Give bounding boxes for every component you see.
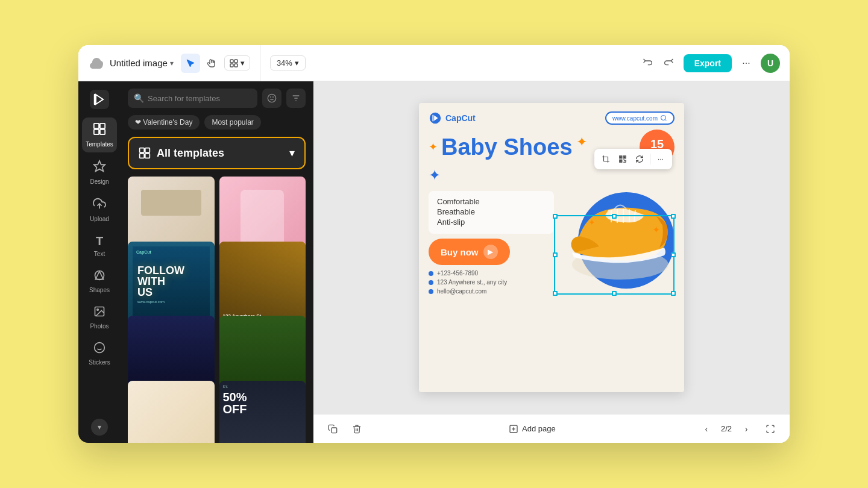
zoom-button[interactable]: 34% ▾ [270,55,306,70]
title-chevron-icon: ▾ [170,59,174,67]
buy-now-button[interactable]: Buy now ▶ [429,239,510,265]
page-indicator: 2/2 [721,424,732,433]
shapes-icon [93,269,105,284]
templates-panel: 🔍 [121,81,313,443]
feature-2: Breathable [437,207,546,216]
crop-button[interactable] [598,151,614,167]
sidebar-item-templates[interactable]: Templates [82,117,117,152]
popular-chip[interactable]: Most popular [204,115,260,130]
main-area: Templates Design Upload [78,81,790,443]
svg-rect-46 [620,160,621,161]
valentines-chip-label: ❤ Valentine's Day [135,118,192,127]
search-input[interactable] [148,89,251,108]
svg-rect-26 [145,148,150,153]
template-card-croissants[interactable]: CraftingCroissants, +123-456-7890 [128,381,215,443]
all-templates-dropdown[interactable]: All templates ▾ [128,137,306,169]
image-more-button[interactable]: ··· [653,151,668,167]
bottom-left-actions [323,419,366,439]
template-card-50off[interactable]: it's 50%OFF [219,381,306,443]
svg-rect-27 [140,154,145,158]
sidebar-item-stickers[interactable]: Stickers [82,337,117,371]
sidebar-templates-label: Templates [86,141,113,148]
photos-icon [93,305,105,321]
feature-1: Comfortable [437,197,546,206]
sidebar-logo[interactable] [89,89,110,110]
replace-button[interactable] [632,151,647,167]
canvas-right-col: ✦ ✦ [560,167,675,295]
sidebar-item-upload[interactable]: Upload [82,192,117,227]
contact-dot-2 [429,280,433,285]
delete-page-button[interactable] [347,419,366,439]
contact-phone: +123-456-7890 [429,270,554,277]
zoom-level: 34% [277,58,292,67]
features-box: Comfortable Breathable Anti-slip [429,191,554,234]
more-options-button[interactable]: ··· [737,54,756,73]
fullscreen-button[interactable] [761,419,780,439]
canvas-area: CapCut www.capcut.com [313,81,790,443]
svg-line-32 [665,119,666,120]
arrow-tool-button[interactable] [181,54,200,73]
canvas-content: CapCut www.capcut.com [419,103,684,392]
layout-tool-button[interactable]: ▾ [224,55,250,70]
svg-rect-25 [140,148,145,153]
sidebar-item-photos[interactable]: Photos [82,301,117,334]
redo-button[interactable] [659,54,679,73]
sidebar-design-label: Design [90,178,108,185]
svg-rect-8 [94,130,99,134]
svg-point-15 [97,309,99,311]
svg-point-31 [661,116,666,120]
search-input-wrap[interactable]: 🔍 [128,89,257,108]
svg-rect-1 [234,60,237,63]
sidebar-item-text[interactable]: T Text [82,230,117,262]
main-title: Baby Shoes [441,136,573,158]
cloud-icon [88,55,105,72]
svg-rect-53 [332,428,337,433]
search-icon [660,114,667,122]
sidebar-item-shapes[interactable]: Shapes [82,264,117,298]
svg-marker-13 [95,271,103,279]
qr-button[interactable] [615,151,631,167]
sidebar-item-design[interactable]: Design [82,155,117,190]
upload-icon [93,197,106,213]
svg-rect-45 [624,157,625,158]
svg-rect-4 [90,90,109,109]
user-avatar[interactable]: U [761,54,780,73]
canvas-container[interactable]: CapCut www.capcut.com [313,81,790,414]
svg-rect-2 [230,64,233,67]
buy-now-arrow-icon: ▶ [483,245,498,259]
export-button[interactable]: Export [684,54,732,72]
stickers-icon [93,342,105,357]
layout-chevron: ▾ [241,58,245,67]
duplicate-page-button[interactable] [323,419,342,439]
contact-address: 123 Anywhere st., any city [429,279,554,286]
prev-page-button[interactable]: ‹ [698,421,715,437]
sparkle-blue-icon: ✦ [429,167,441,184]
undo-button[interactable] [638,54,657,73]
add-page-button[interactable]: Add page [502,421,563,437]
next-page-button[interactable]: › [738,421,755,437]
tool-group: ▾ [181,54,250,73]
valentines-chip[interactable]: ❤ Valentine's Day [128,115,200,130]
sidebar-upload-label: Upload [90,216,109,222]
template-card-travel[interactable]: 123 Anywhere St.,Any City [219,242,306,328]
buy-now-label: Buy now [441,247,479,257]
website-badge: www.capcut.com [605,111,675,125]
sparkle-left-icon: ✦ [429,140,438,154]
title-area[interactable]: Untitled image ▾ [110,58,174,68]
face-search-button[interactable] [262,89,281,108]
image-toolbar: ··· [594,149,672,169]
template-card-follow[interactable]: CapCut FOLLOWWITHUS www.capcut.com [128,242,215,328]
search-icon: 🔍 [134,93,144,103]
svg-rect-6 [94,124,99,128]
page-navigation: ‹ 2/2 › [698,419,780,439]
filter-button[interactable] [286,89,306,108]
svg-point-16 [95,343,105,353]
templates-icon [93,122,106,139]
svg-point-19 [268,94,275,102]
capcut-logo [429,111,442,125]
sidebar-expand-button[interactable]: ▾ [91,419,108,436]
toolbar-left: Untitled image ▾ [88,55,174,72]
hand-tool-button[interactable] [203,54,222,73]
svg-rect-3 [234,64,237,67]
shoe-svg: ✦ ✦ [563,168,678,289]
